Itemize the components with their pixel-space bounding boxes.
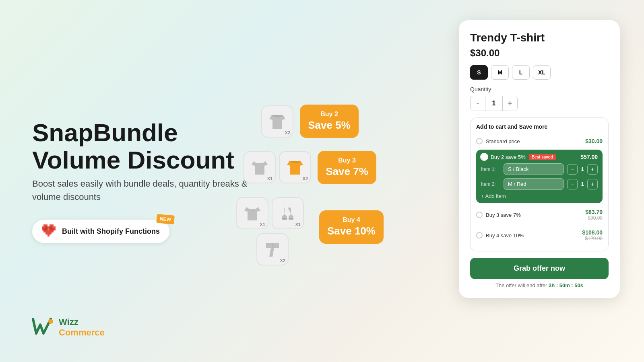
standard-offer-label: Standard price — [476, 138, 520, 144]
discount-badge-3: Buy 4 Save 10% — [319, 210, 384, 244]
item1-qty-increase[interactable]: + — [587, 164, 598, 175]
item-card-tshirt-yellow: X2 — [279, 151, 311, 183]
bundle-row-3: X1 X1 — [236, 197, 384, 257]
item2-qty-val: 1 — [579, 181, 586, 187]
size-btn-xl[interactable]: XL — [533, 65, 551, 80]
shopify-badge: Built with Shopify Functions NEW — [32, 220, 169, 243]
item1-qty-decrease[interactable]: − — [567, 164, 578, 175]
buy3-offer-label: Buy 3 save 7% — [476, 212, 521, 218]
add-item-button[interactable]: + Add item — [481, 193, 598, 199]
discount-badge-2: Buy 3 Save 7% — [318, 151, 376, 184]
svg-rect-26 — [47, 234, 50, 237]
item2-qty-increase[interactable]: + — [587, 179, 598, 189]
standard-offer-row[interactable]: Standard price $30.00 — [476, 135, 603, 148]
buy4-offer-row[interactable]: Buy 4 save 10% $108.00 $120.00 — [476, 225, 603, 245]
buy4-radio — [476, 232, 483, 239]
svg-rect-23 — [45, 232, 47, 234]
svg-rect-7 — [47, 226, 50, 228]
timer-value: 3h : 50m : 50s — [549, 282, 583, 288]
buy4-old-price: $120.00 — [582, 236, 603, 241]
bundle-row-1: X2 Buy 2 Save 5% — [261, 105, 359, 138]
buy3-prices: $83.70 $90.00 — [585, 209, 603, 221]
buy4-offer-label: Buy 4 save 10% — [476, 232, 524, 239]
svg-rect-0 — [43, 224, 45, 226]
logo: Wizz Commerce — [32, 317, 105, 338]
size-options: S M L XL — [470, 65, 609, 80]
socks-icon — [279, 205, 297, 221]
item2-qty-control: − 1 + — [567, 179, 598, 189]
quantity-value: 1 — [485, 96, 503, 111]
buy3-offer-row[interactable]: Buy 3 save 7% $83.70 $90.00 — [476, 205, 603, 225]
qty-label-4: X1 — [260, 222, 265, 227]
product-price: $30.00 — [470, 47, 609, 59]
standard-radio — [476, 138, 483, 144]
svg-rect-24 — [47, 232, 50, 234]
svg-rect-8 — [50, 226, 52, 228]
offer-timer: The offer will end after 3h : 50m : 50s — [470, 282, 609, 288]
svg-rect-16 — [52, 228, 54, 230]
product-title: Trendy T-shirt — [470, 31, 609, 44]
bundle-illustrations: X2 Buy 2 Save 5% X1 X2 — [233, 0, 386, 362]
svg-rect-13 — [45, 228, 47, 230]
svg-rect-30 — [289, 218, 293, 220]
wizz-name: Wizz Commerce — [59, 317, 105, 338]
svg-rect-19 — [45, 230, 47, 232]
svg-rect-25 — [50, 232, 52, 234]
buy4-prices: $108.00 $120.00 — [582, 229, 603, 241]
tshirt-yellow-icon — [286, 159, 304, 175]
svg-rect-22 — [52, 230, 54, 232]
buy2-radio — [481, 154, 487, 160]
item-card-socks: X1 — [272, 197, 304, 229]
svg-rect-21 — [50, 230, 52, 232]
svg-rect-10 — [54, 226, 56, 228]
tshirt-gray-2-icon — [251, 159, 268, 175]
shopify-badge-text: Built with Shopify Functions — [62, 227, 160, 236]
qty-label-6: X2 — [280, 258, 285, 263]
buy2-offer-row[interactable]: Buy 2 save 5% Best saved $57.00 Item 1: … — [476, 150, 603, 203]
item-card-tshirt-gray-3: X1 — [236, 197, 268, 229]
svg-rect-15 — [50, 228, 52, 230]
item-card-tshirt-gray-1: X2 — [261, 105, 293, 138]
item1-select[interactable]: S / Black S / Red M / Black — [504, 163, 564, 175]
wizz-logo-icon — [32, 317, 55, 337]
item-card-pants: X2 — [256, 233, 289, 265]
bundle-row-2: X1 X2 Buy 3 Save 7% — [244, 151, 376, 184]
item2-selector-row: Item 2: M / Red M / Black L / Red − 1 + — [481, 178, 598, 190]
tshirt-gray-3-icon — [244, 205, 261, 221]
svg-rect-29 — [282, 218, 287, 220]
qty-label: X2 — [285, 130, 290, 135]
discount-badge-1: Buy 2 Save 5% — [300, 105, 359, 138]
bundle-offer-title: Add to cart and Save more — [476, 123, 603, 130]
item1-qty-control: − 1 + — [567, 164, 598, 175]
grab-offer-button[interactable]: Grab offer now — [470, 258, 609, 279]
quantity-increase[interactable]: + — [503, 96, 517, 111]
svg-rect-18 — [43, 230, 45, 232]
item2-label: Item 2: — [481, 181, 500, 187]
product-card: Trendy T-shirt $30.00 S M L XL Quantity … — [459, 20, 620, 298]
item1-selector-row: Item 1: S / Black S / Red M / Black − 1 … — [481, 163, 598, 175]
heart-icon — [42, 224, 57, 238]
item2-qty-decrease[interactable]: − — [567, 179, 578, 189]
buy2-offer-label: Buy 2 save 5% Best saved — [481, 154, 556, 160]
quantity-label: Quantity — [470, 86, 609, 93]
quantity-decrease[interactable]: - — [471, 96, 485, 111]
svg-rect-17 — [54, 228, 56, 230]
svg-rect-9 — [52, 226, 54, 228]
svg-rect-2 — [50, 224, 52, 226]
svg-rect-14 — [47, 228, 50, 230]
svg-rect-1 — [45, 224, 47, 226]
qty-label-3: X2 — [303, 176, 308, 181]
qty-label-5: X1 — [295, 222, 301, 227]
buy3-old-price: $90.00 — [585, 215, 603, 221]
buy4-new-price: $108.00 — [582, 229, 603, 236]
quantity-control: - 1 + — [470, 96, 518, 111]
svg-rect-12 — [43, 228, 45, 230]
best-saved-badge: Best saved — [529, 154, 556, 160]
tshirt-gray-icon — [268, 113, 286, 130]
size-btn-m[interactable]: M — [491, 65, 509, 80]
new-tag: NEW — [156, 214, 175, 224]
size-btn-s[interactable]: S — [470, 65, 488, 80]
item2-select[interactable]: M / Red M / Black L / Red — [504, 178, 564, 190]
size-btn-l[interactable]: L — [512, 65, 530, 80]
item-card-tshirt-gray-2: X1 — [244, 151, 276, 183]
